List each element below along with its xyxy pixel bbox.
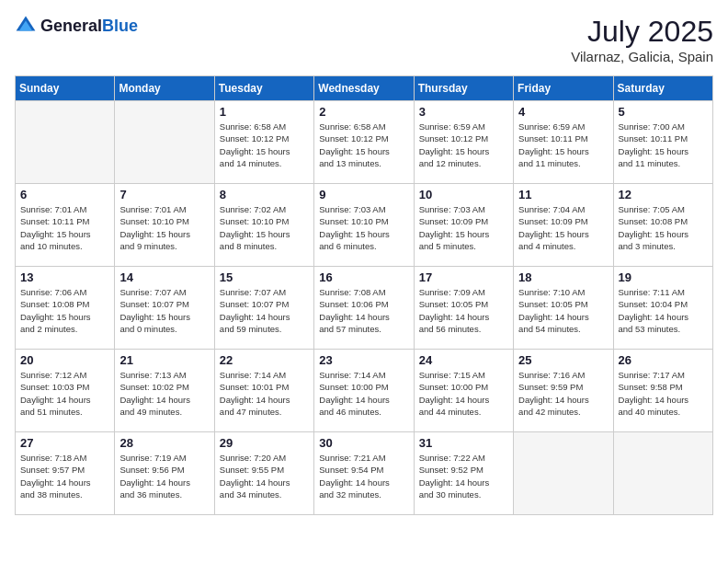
calendar-cell [514,432,613,515]
day-number: 12 [619,188,708,201]
calendar-cell: 13Sunrise: 7:06 AM Sunset: 10:08 PM Dayl… [16,267,115,350]
day-number: 13 [20,270,109,284]
calendar-cell: 20Sunrise: 7:12 AM Sunset: 10:03 PM Dayl… [16,350,115,432]
day-info: Sunrise: 7:17 AM Sunset: 9:58 PM Dayligh… [619,369,708,418]
day-info: Sunrise: 7:04 AM Sunset: 10:09 PM Daylig… [518,203,608,252]
day-number: 21 [119,353,209,367]
calendar-cell: 4Sunrise: 6:59 AM Sunset: 10:11 PM Dayli… [514,101,613,184]
calendar-cell [613,432,712,515]
day-number: 24 [419,353,508,367]
day-header-tuesday: Tuesday [214,76,313,101]
day-info: Sunrise: 7:00 AM Sunset: 10:11 PM Daylig… [619,121,708,169]
calendar-cell: 27Sunrise: 7:18 AM Sunset: 9:57 PM Dayli… [16,432,115,515]
day-number: 4 [518,105,608,119]
calendar-cell: 1Sunrise: 6:58 AM Sunset: 10:12 PM Dayli… [214,101,313,184]
day-info: Sunrise: 7:18 AM Sunset: 9:57 PM Dayligh… [20,452,109,500]
page-header: GeneralBlue July 2025 Vilarnaz, Galicia,… [15,15,713,64]
calendar-cell: 31Sunrise: 7:22 AM Sunset: 9:52 PM Dayli… [414,432,513,515]
location: Vilarnaz, Galicia, Spain [571,49,713,64]
title-block: July 2025 Vilarnaz, Galicia, Spain [571,15,713,64]
day-header-friday: Friday [514,76,613,101]
calendar-cell: 22Sunrise: 7:14 AM Sunset: 10:01 PM Dayl… [214,350,313,432]
logo-icon [15,15,37,37]
day-number: 25 [518,353,608,367]
calendar-table: SundayMondayTuesdayWednesdayThursdayFrid… [15,75,713,515]
calendar-cell: 19Sunrise: 7:11 AM Sunset: 10:04 PM Dayl… [613,267,712,350]
logo-general: General [40,17,102,35]
day-info: Sunrise: 7:01 AM Sunset: 10:11 PM Daylig… [20,203,109,252]
calendar-cell [16,101,115,184]
day-number: 30 [319,436,408,450]
calendar-cell: 7Sunrise: 7:01 AM Sunset: 10:10 PM Dayli… [115,184,214,267]
day-number: 7 [119,188,209,201]
calendar-cell: 14Sunrise: 7:07 AM Sunset: 10:07 PM Dayl… [115,267,214,350]
calendar-week-4: 27Sunrise: 7:18 AM Sunset: 9:57 PM Dayli… [16,432,713,515]
day-info: Sunrise: 6:59 AM Sunset: 10:12 PM Daylig… [419,121,508,169]
day-number: 31 [419,436,508,450]
day-header-sunday: Sunday [16,76,115,101]
day-number: 10 [419,188,508,201]
day-info: Sunrise: 7:22 AM Sunset: 9:52 PM Dayligh… [419,452,508,500]
day-number: 26 [619,353,708,367]
day-number: 6 [20,188,109,201]
calendar-cell: 8Sunrise: 7:02 AM Sunset: 10:10 PM Dayli… [214,184,313,267]
day-header-wednesday: Wednesday [314,76,414,101]
calendar-week-1: 6Sunrise: 7:01 AM Sunset: 10:11 PM Dayli… [16,184,713,267]
day-number: 15 [220,270,309,284]
day-info: Sunrise: 7:09 AM Sunset: 10:05 PM Daylig… [419,286,508,335]
calendar-week-3: 20Sunrise: 7:12 AM Sunset: 10:03 PM Dayl… [16,350,713,432]
calendar-cell: 2Sunrise: 6:58 AM Sunset: 10:12 PM Dayli… [314,101,414,184]
calendar-cell: 24Sunrise: 7:15 AM Sunset: 10:00 PM Dayl… [414,350,513,432]
day-info: Sunrise: 7:05 AM Sunset: 10:08 PM Daylig… [619,203,708,252]
calendar-cell: 6Sunrise: 7:01 AM Sunset: 10:11 PM Dayli… [16,184,115,267]
calendar-cell: 11Sunrise: 7:04 AM Sunset: 10:09 PM Dayl… [514,184,613,267]
calendar-cell: 28Sunrise: 7:19 AM Sunset: 9:56 PM Dayli… [115,432,214,515]
calendar-cell: 17Sunrise: 7:09 AM Sunset: 10:05 PM Dayl… [414,267,513,350]
day-info: Sunrise: 7:03 AM Sunset: 10:10 PM Daylig… [319,203,408,252]
day-number: 17 [419,270,508,284]
day-info: Sunrise: 7:12 AM Sunset: 10:03 PM Daylig… [20,369,109,418]
day-number: 28 [119,436,209,450]
day-number: 3 [419,105,508,119]
calendar-cell: 9Sunrise: 7:03 AM Sunset: 10:10 PM Dayli… [314,184,414,267]
month-year: July 2025 [571,15,713,49]
day-header-monday: Monday [115,76,214,101]
day-number: 1 [220,105,309,119]
day-info: Sunrise: 7:14 AM Sunset: 10:01 PM Daylig… [220,369,309,418]
day-info: Sunrise: 7:19 AM Sunset: 9:56 PM Dayligh… [119,452,209,500]
calendar-header-row: SundayMondayTuesdayWednesdayThursdayFrid… [16,76,713,101]
day-info: Sunrise: 7:06 AM Sunset: 10:08 PM Daylig… [20,286,109,335]
day-info: Sunrise: 7:07 AM Sunset: 10:07 PM Daylig… [220,286,309,335]
calendar-cell: 10Sunrise: 7:03 AM Sunset: 10:09 PM Dayl… [414,184,513,267]
day-number: 11 [518,188,608,201]
calendar-cell: 16Sunrise: 7:08 AM Sunset: 10:06 PM Dayl… [314,267,414,350]
day-number: 23 [319,353,408,367]
day-info: Sunrise: 6:59 AM Sunset: 10:11 PM Daylig… [518,121,608,169]
day-number: 18 [518,270,608,284]
day-header-thursday: Thursday [414,76,513,101]
day-number: 27 [20,436,109,450]
day-info: Sunrise: 7:03 AM Sunset: 10:09 PM Daylig… [419,203,508,252]
day-number: 19 [619,270,708,284]
day-number: 16 [319,270,408,284]
calendar-cell: 26Sunrise: 7:17 AM Sunset: 9:58 PM Dayli… [613,350,712,432]
calendar-cell: 15Sunrise: 7:07 AM Sunset: 10:07 PM Dayl… [214,267,313,350]
day-info: Sunrise: 7:15 AM Sunset: 10:00 PM Daylig… [419,369,508,418]
day-info: Sunrise: 6:58 AM Sunset: 10:12 PM Daylig… [220,121,309,169]
day-info: Sunrise: 7:14 AM Sunset: 10:00 PM Daylig… [319,369,408,418]
day-info: Sunrise: 7:10 AM Sunset: 10:05 PM Daylig… [518,286,608,335]
logo: GeneralBlue [15,15,138,37]
day-number: 20 [20,353,109,367]
calendar-cell: 18Sunrise: 7:10 AM Sunset: 10:05 PM Dayl… [514,267,613,350]
day-number: 22 [220,353,309,367]
day-number: 9 [319,188,408,201]
day-info: Sunrise: 7:16 AM Sunset: 9:59 PM Dayligh… [518,369,608,418]
calendar-cell: 5Sunrise: 7:00 AM Sunset: 10:11 PM Dayli… [613,101,712,184]
day-info: Sunrise: 7:08 AM Sunset: 10:06 PM Daylig… [319,286,408,335]
day-info: Sunrise: 7:01 AM Sunset: 10:10 PM Daylig… [119,203,209,252]
calendar-cell: 30Sunrise: 7:21 AM Sunset: 9:54 PM Dayli… [314,432,414,515]
day-header-saturday: Saturday [613,76,712,101]
calendar-cell: 3Sunrise: 6:59 AM Sunset: 10:12 PM Dayli… [414,101,513,184]
logo-blue: Blue [102,17,138,35]
day-info: Sunrise: 7:20 AM Sunset: 9:55 PM Dayligh… [220,452,309,500]
